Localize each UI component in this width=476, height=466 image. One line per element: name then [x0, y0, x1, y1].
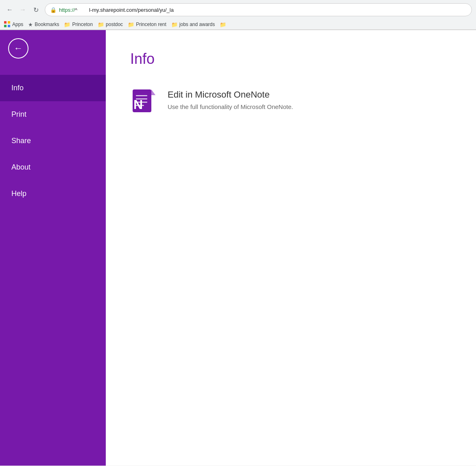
apps-dot-1 — [4, 21, 7, 24]
sidebar-nav: Info Print Share About Help — [0, 75, 106, 466]
onenote-svg-icon: N — [130, 88, 158, 115]
main-content: ← Info Print Share About Help Info — [0, 30, 476, 466]
bookmarks-item[interactable]: ★ Bookmarks — [28, 22, 59, 28]
onenote-edit-desc: Use the full functionality of Microsoft … — [168, 103, 293, 110]
nav-buttons: ← → ↻ — [4, 4, 41, 15]
apps-label: Apps — [12, 22, 23, 27]
url-scheme: https:// — [59, 7, 75, 13]
onenote-card[interactable]: N Edit in Microsoft OneNote Use the full… — [130, 88, 452, 115]
apps-dot-4 — [8, 25, 10, 27]
page-title: Info — [130, 50, 452, 68]
apps-dot-3 — [4, 25, 7, 27]
url-caret: ^ — [75, 7, 77, 13]
onenote-icon: N — [130, 88, 158, 115]
folder-icon-1: 📁 — [64, 22, 70, 28]
princeton-rent-folder[interactable]: 📁 Princeton rent — [128, 22, 166, 28]
sidebar-item-help[interactable]: Help — [0, 181, 106, 207]
address-bar[interactable]: 🔒 https://^ l-my.sharepoint.com/personal… — [45, 3, 472, 16]
sidebar-item-print[interactable]: Print — [0, 101, 106, 128]
star-icon: ★ — [28, 22, 33, 28]
apps-dot-2 — [8, 21, 10, 24]
reload-button[interactable]: ↻ — [30, 4, 41, 15]
apps-icon — [4, 21, 11, 28]
postdoc-folder[interactable]: 📁 postdoc — [98, 22, 123, 28]
forward-button[interactable]: → — [17, 4, 28, 15]
more-folder[interactable]: 📁 — [220, 22, 226, 28]
jobs-awards-folder[interactable]: 📁 jobs and awards — [171, 22, 215, 28]
browser-toolbar: ← → ↻ 🔒 https://^ l-my.sharepoint.com/pe… — [0, 0, 476, 20]
content-panel: Info N — [106, 30, 476, 466]
princeton-label: Princeton — [72, 22, 93, 27]
jobs-awards-label: jobs and awards — [179, 22, 215, 27]
apps-bookmark[interactable]: Apps — [4, 21, 23, 28]
url-domain: l-my.sharepoint.com/personal/y — [89, 7, 162, 13]
lock-icon: 🔒 — [50, 7, 57, 13]
svg-marker-2 — [151, 89, 155, 95]
svg-rect-3 — [136, 95, 147, 96]
folder-icon-4: 📁 — [171, 22, 178, 28]
url-text: https://^ l-my.sharepoint.com/personal/y… — [59, 7, 467, 13]
folder-icon-5: 📁 — [220, 22, 226, 28]
browser-chrome: ← → ↻ 🔒 https://^ l-my.sharepoint.com/pe… — [0, 0, 476, 30]
folder-icon-3: 📁 — [128, 22, 134, 28]
princeton-rent-label: Princeton rent — [136, 22, 166, 27]
bookmarks-label: Bookmarks — [35, 22, 59, 27]
postdoc-label: postdoc — [106, 22, 123, 27]
sidebar-item-info[interactable]: Info — [0, 75, 106, 101]
sidebar-back-area: ← — [0, 30, 106, 67]
onenote-edit-title: Edit in Microsoft OneNote — [168, 89, 293, 100]
folder-icon-2: 📁 — [98, 22, 104, 28]
princeton-folder[interactable]: 📁 Princeton — [64, 22, 93, 28]
back-circle-button[interactable]: ← — [8, 38, 28, 59]
svg-text:N: N — [133, 97, 143, 112]
back-button[interactable]: ← — [4, 4, 15, 15]
sidebar-item-about[interactable]: About — [0, 154, 106, 181]
sidebar: ← Info Print Share About Help — [0, 30, 106, 466]
sidebar-item-share[interactable]: Share — [0, 128, 106, 154]
url-path-end: u/_la — [162, 7, 174, 13]
bookmarks-bar: Apps ★ Bookmarks 📁 Princeton 📁 postdoc 📁… — [0, 20, 476, 30]
onenote-info: Edit in Microsoft OneNote Use the full f… — [168, 88, 293, 110]
